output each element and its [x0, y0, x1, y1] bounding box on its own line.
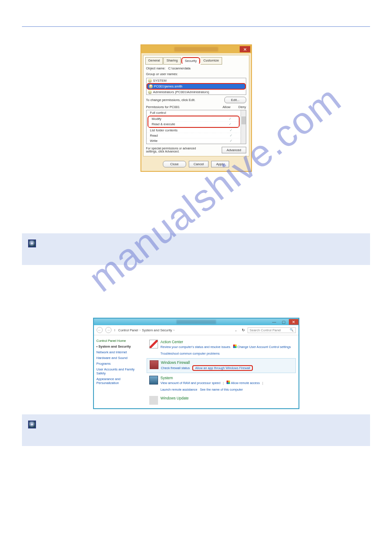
- sidebar-item-appearance[interactable]: Appearance and Personalization: [97, 377, 144, 385]
- maximize-button[interactable]: ▢: [279, 319, 289, 325]
- allow-header: Allow: [223, 105, 230, 109]
- perm-row: Read & execute✓: [148, 122, 239, 127]
- refresh-button[interactable]: ↻: [242, 328, 245, 332]
- sidebar-item-system-security[interactable]: System and Security: [97, 345, 144, 348]
- advanced-button[interactable]: Advanced: [222, 147, 246, 153]
- user-row-selected[interactable]: PC001\james.smith: [147, 83, 246, 90]
- user-row-system[interactable]: SYSTEM: [147, 78, 246, 83]
- link[interactable]: Review your computer's status and resolv…: [161, 345, 230, 349]
- category-links: Review your computer's status and resolv…: [161, 345, 293, 355]
- tab-sharing[interactable]: Sharing: [163, 57, 181, 65]
- chevron-down-icon[interactable]: ⌄: [234, 328, 237, 332]
- perm-row: List folder contents✓: [147, 128, 246, 133]
- cancel-button[interactable]: Cancel: [189, 161, 209, 167]
- perm-name: Modify: [152, 117, 162, 121]
- link[interactable]: Allow remote access: [231, 381, 260, 385]
- link[interactable]: Change User Account Control settings: [237, 345, 291, 349]
- advanced-row: For special permissions or advanced sett…: [146, 147, 246, 153]
- category-title[interactable]: System: [161, 376, 293, 380]
- dialog-titlebar: ✕: [141, 45, 251, 53]
- chevron-right-icon: ›: [140, 328, 141, 332]
- sidebar-item-accounts[interactable]: User Accounts and Family Safety: [97, 367, 144, 375]
- group-label-row: Group or user names:: [146, 72, 246, 76]
- tab-general[interactable]: General: [145, 57, 163, 65]
- object-name-row: Object name: C:\scannerdata: [146, 66, 246, 70]
- shield-icon: [227, 381, 230, 384]
- close-dialog-button[interactable]: Close: [163, 161, 186, 167]
- sidebar-item-hardware[interactable]: Hardware and Sound: [97, 356, 144, 360]
- advanced-text: For special permissions or advanced sett…: [146, 147, 203, 153]
- minimize-button[interactable]: —: [270, 319, 279, 325]
- up-button[interactable]: ↑: [114, 328, 116, 332]
- change-permissions-text: To change permissions, click Edit.: [146, 98, 196, 102]
- crumb[interactable]: Control Panel: [118, 328, 138, 332]
- close-button[interactable]: ✕: [240, 46, 250, 52]
- shield-icon: [233, 345, 237, 348]
- separator: |: [263, 381, 263, 385]
- edit-button[interactable]: Edit...: [224, 97, 246, 103]
- category-title[interactable]: Windows Firewall: [161, 360, 253, 365]
- check-icon: ✓: [230, 139, 233, 143]
- check-icon: ✓: [229, 122, 232, 126]
- back-button[interactable]: ←: [97, 327, 103, 333]
- chevron-right-icon: ›: [173, 328, 175, 332]
- window-body: Control Panel Home System and Security N…: [94, 335, 298, 408]
- system-icon: [149, 376, 158, 385]
- sidebar-item-programs[interactable]: Programs: [97, 362, 144, 366]
- category-links: View amount of RAM and processor speed |…: [161, 381, 293, 392]
- scroll-thumb[interactable]: [241, 116, 246, 124]
- deny-header: Deny: [238, 105, 246, 109]
- link[interactable]: Launch remote assistance: [161, 388, 198, 392]
- users-listbox[interactable]: SYSTEM PC001\james.smith Administrators …: [146, 78, 246, 95]
- window-controls: — ▢ ✕: [270, 319, 298, 325]
- main-pane: Action Center Review your computer's sta…: [147, 335, 298, 408]
- breadcrumb[interactable]: Control Panel › System and Security ›: [118, 328, 231, 332]
- category-title[interactable]: Action Center: [161, 340, 293, 344]
- group-icon: [148, 79, 152, 83]
- category-title[interactable]: Windows Update: [161, 396, 189, 400]
- flag-icon: [149, 340, 158, 348]
- page-top-rule: [22, 26, 370, 27]
- perm-row: Write✓: [147, 138, 246, 144]
- link[interactable]: See the name of this computer: [200, 388, 243, 392]
- tab-customize[interactable]: Customize: [201, 57, 222, 65]
- link[interactable]: View amount of RAM and processor speed: [161, 381, 221, 385]
- sidebar-item-network[interactable]: Network and Internet: [97, 350, 144, 354]
- search-icon: 🔍: [290, 328, 294, 332]
- group-icon: [148, 90, 152, 94]
- category-system: System View amount of RAM and processor …: [147, 374, 296, 393]
- sidebar-home-link[interactable]: Control Panel Home: [97, 339, 144, 343]
- group-users-label: Group or user names:: [146, 72, 178, 76]
- note-icon: ✦: [28, 421, 36, 428]
- dialog-footer: Close Cancel Apply: [141, 158, 251, 171]
- category-action-center: Action Center Review your computer's sta…: [147, 338, 296, 357]
- title-blur: [176, 320, 216, 324]
- scrollbar[interactable]: [241, 110, 246, 144]
- category-links: Check firewall status Allow an app throu…: [161, 365, 253, 371]
- search-input[interactable]: Search Control Panel 🔍: [248, 327, 296, 333]
- link-highlighted[interactable]: Allow an app through Windows Firewall: [192, 365, 252, 371]
- link[interactable]: Check firewall status: [161, 366, 190, 370]
- tab-strip: General Sharing Security Customize: [145, 57, 247, 65]
- user-row-admins[interactable]: Administrators (PC001\Administrators): [147, 90, 246, 94]
- user-name: PC001\james.smith: [154, 84, 183, 88]
- perm-name: Write: [150, 139, 158, 143]
- tab-security[interactable]: Security: [181, 57, 200, 65]
- search-placeholder: Search Control Panel: [250, 328, 281, 332]
- forward-button[interactable]: →: [105, 327, 111, 333]
- separator: |: [223, 381, 224, 385]
- user-name: SYSTEM: [153, 79, 167, 83]
- perm-row: Read✓: [147, 133, 246, 138]
- apply-button[interactable]: Apply: [211, 161, 229, 167]
- perm-row: Full control: [147, 110, 246, 116]
- sidebar: Control Panel Home System and Security N…: [94, 335, 147, 408]
- user-icon: [149, 84, 153, 88]
- note-box-2: ✦: [22, 414, 370, 446]
- link[interactable]: Troubleshoot common computer problems: [161, 352, 220, 355]
- check-icon: ✓: [229, 117, 232, 121]
- edit-row: To change permissions, click Edit. Edit.…: [146, 97, 246, 103]
- close-button[interactable]: ✕: [289, 319, 298, 325]
- perm-name: Full control: [150, 111, 166, 115]
- crumb[interactable]: System and Security: [142, 328, 172, 332]
- window-titlebar: — ▢ ✕: [94, 319, 298, 325]
